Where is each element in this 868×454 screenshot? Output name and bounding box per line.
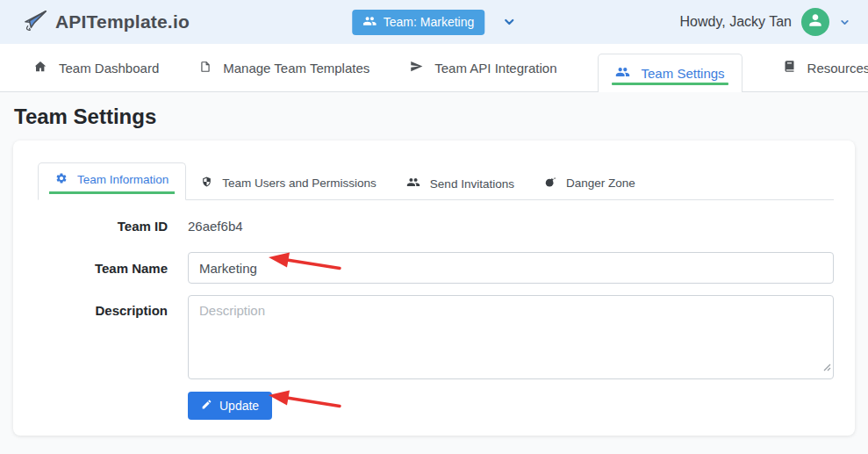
tab-danger-zone[interactable]: Danger Zone (529, 167, 650, 199)
update-button-label: Update (219, 399, 259, 413)
nav-item-label: Resources (807, 61, 868, 76)
shield-icon (201, 176, 212, 191)
user-menu[interactable]: Howdy, Jacky Tan (680, 8, 850, 36)
team-name-input[interactable] (188, 252, 834, 284)
team-switcher: Team: Marketing (352, 10, 516, 35)
team-information-form: Team ID 26aef6b4 Team Name Description (38, 219, 834, 420)
team-chevron-down-icon[interactable] (502, 15, 516, 29)
button-row-spacer (38, 392, 168, 420)
bomb-icon (544, 176, 556, 191)
users-icon (615, 66, 630, 81)
team-switcher-label: Team: Marketing (384, 15, 474, 29)
update-button[interactable]: Update (188, 392, 272, 420)
tab-label: Team Users and Permissions (222, 177, 377, 190)
nav-item-label: Team Dashboard (59, 61, 159, 76)
description-label: Description (38, 295, 168, 379)
nav-item-team-dashboard[interactable]: Team Dashboard (33, 60, 159, 76)
person-icon (807, 11, 824, 32)
description-textarea[interactable] (188, 295, 834, 379)
tab-label: Danger Zone (566, 177, 635, 190)
settings-tabs: Team Information Team Users and Permissi… (38, 162, 834, 200)
nav-item-manage-team-templates[interactable]: Manage Team Templates (199, 60, 369, 76)
nav-item-label: Team API Integration (434, 61, 556, 76)
team-id-label: Team ID (38, 219, 168, 234)
paper-plane-logo-icon (23, 8, 49, 36)
book-icon (783, 60, 796, 76)
nav-item-team-settings[interactable]: Team Settings (598, 54, 742, 92)
users-icon (406, 177, 420, 191)
logo[interactable]: APITemplate.io (23, 8, 190, 36)
team-switcher-button[interactable]: Team: Marketing (352, 10, 484, 35)
team-settings-card: Team Information Team Users and Permissi… (13, 141, 855, 436)
tab-label: Send Invitations (430, 177, 514, 191)
users-icon (362, 15, 377, 30)
primary-nav: Team Dashboard Manage Team Templates Tea… (0, 44, 868, 92)
file-icon (199, 60, 212, 76)
paper-plane-icon (410, 60, 423, 76)
tab-label: Team Information (77, 173, 169, 186)
app-header: APITemplate.io Team: Marketing Howdy, Ja… (0, 0, 868, 44)
tab-send-invitations[interactable]: Send Invitations (391, 168, 529, 199)
logo-text: APITemplate.io (55, 11, 190, 32)
nav-item-label: Team Settings (642, 66, 725, 81)
pencil-icon (201, 399, 212, 413)
user-chevron-down-icon[interactable] (839, 17, 850, 28)
nav-item-resources[interactable]: Resources (783, 60, 868, 76)
avatar[interactable] (801, 8, 829, 36)
tab-team-users-and-permissions[interactable]: Team Users and Permissions (186, 167, 391, 199)
nav-item-label: Manage Team Templates (223, 61, 369, 76)
gear-icon (55, 172, 68, 187)
team-id-value: 26aef6b4 (188, 219, 834, 234)
team-name-label: Team Name (38, 261, 168, 276)
home-icon (33, 60, 47, 76)
tab-team-information[interactable]: Team Information (38, 162, 186, 200)
page-title: Team Settings (14, 104, 868, 129)
greeting-text: Howdy, Jacky Tan (680, 14, 792, 30)
nav-item-team-api-integration[interactable]: Team API Integration (410, 60, 556, 76)
